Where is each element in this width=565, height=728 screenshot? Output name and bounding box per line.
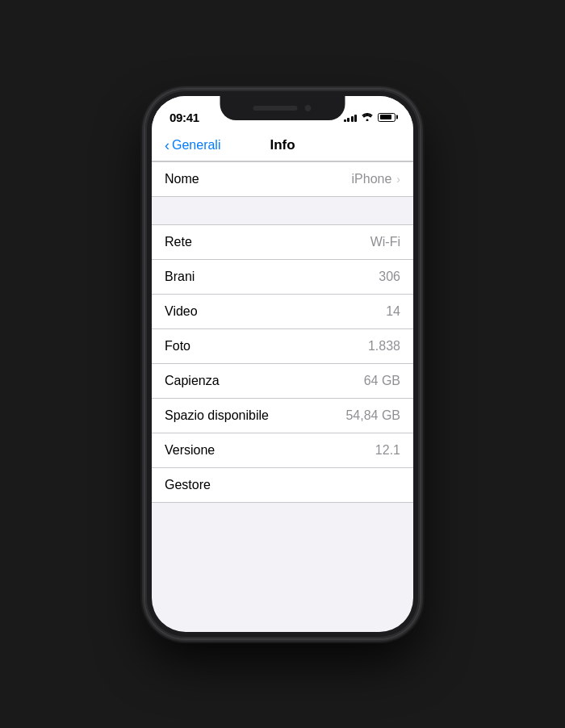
signal-bars-icon [344, 113, 358, 122]
rete-value-container: Wi-Fi [370, 235, 400, 249]
spazio-row: Spazio disponibile 54,84 GB [152, 399, 413, 433]
back-label: Generali [172, 138, 220, 153]
nome-label: Nome [165, 172, 199, 186]
section-separator [152, 197, 413, 224]
brani-row: Brani 306 [152, 260, 413, 295]
spazio-label: Spazio disponibile [165, 408, 269, 423]
content: Nome iPhone › Rete Wi-Fi [152, 161, 413, 632]
foto-value-container: 1.838 [368, 339, 400, 354]
name-section: Nome iPhone › [152, 161, 413, 197]
signal-bar-2 [347, 118, 349, 122]
gestore-label: Gestore [165, 478, 211, 492]
nome-value-container: iPhone › [352, 172, 401, 186]
versione-label: Versione [165, 443, 215, 458]
back-button[interactable]: ‹ Generali [165, 138, 220, 153]
status-icons [344, 111, 396, 123]
capienza-value-container: 64 GB [364, 374, 400, 388]
back-chevron-icon: ‹ [165, 138, 170, 153]
nome-value: iPhone [352, 172, 392, 186]
screen: 09:41 [152, 96, 413, 632]
phone-frame: 09:41 [145, 90, 420, 638]
nome-chevron-icon: › [396, 173, 400, 186]
foto-value: 1.838 [368, 339, 400, 354]
versione-value-container: 12.1 [375, 443, 400, 458]
rete-row: Rete Wi-Fi [152, 225, 413, 260]
signal-bar-3 [351, 116, 354, 122]
nome-row[interactable]: Nome iPhone › [152, 162, 413, 196]
brani-label: Brani [165, 270, 195, 284]
video-value-container: 14 [386, 304, 400, 319]
capienza-label: Capienza [165, 374, 220, 388]
video-row: Video 14 [152, 295, 413, 329]
notch [220, 96, 345, 120]
foto-label: Foto [165, 339, 190, 354]
signal-bar-1 [344, 119, 346, 122]
nav-bar: ‹ Generali Info [152, 132, 413, 161]
versione-row: Versione 12.1 [152, 433, 413, 468]
speaker [253, 106, 298, 111]
status-time: 09:41 [170, 111, 199, 124]
info-section: Rete Wi-Fi Brani 306 Video [152, 224, 413, 503]
screen-inner: 09:41 [152, 96, 413, 632]
capienza-value: 64 GB [364, 374, 400, 388]
versione-value: 12.1 [375, 443, 400, 458]
brani-value: 306 [379, 270, 400, 284]
battery-icon [378, 113, 396, 122]
camera [304, 104, 312, 112]
rete-value: Wi-Fi [370, 235, 400, 249]
page-title: Info [270, 137, 295, 153]
capienza-row: Capienza 64 GB [152, 364, 413, 399]
spazio-value: 54,84 GB [345, 408, 400, 423]
spazio-value-container: 54,84 GB [345, 408, 400, 423]
rete-label: Rete [165, 235, 192, 249]
signal-bar-4 [354, 115, 357, 122]
gestore-row: Gestore [152, 468, 413, 502]
wifi-icon [361, 111, 374, 123]
video-value: 14 [386, 304, 400, 319]
brani-value-container: 306 [379, 270, 400, 284]
video-label: Video [165, 304, 198, 319]
foto-row: Foto 1.838 [152, 329, 413, 364]
